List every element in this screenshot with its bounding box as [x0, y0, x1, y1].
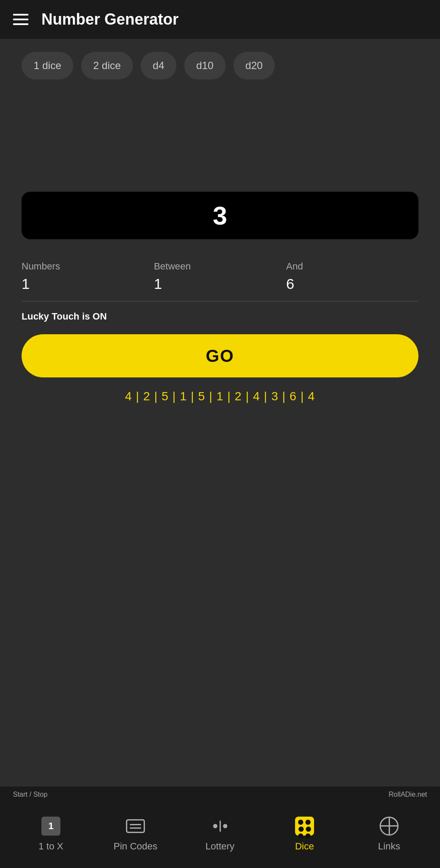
nav-label-1tox: 1 to X	[38, 841, 63, 852]
nav-top-left-label: Start / Stop	[13, 791, 47, 798]
numbers-value[interactable]: 1	[22, 276, 154, 292]
links-icon	[378, 815, 400, 837]
nav-item-1tox[interactable]: 1 1 to X	[9, 815, 93, 852]
between-control: Between 1	[154, 261, 286, 292]
main-content: 1 dice 2 dice d4 d10 d20 3 Numbers 1 Bet…	[0, 39, 440, 786]
nav-item-links[interactable]: Links	[347, 815, 431, 852]
result-number: 3	[213, 201, 227, 231]
and-value[interactable]: 6	[286, 276, 418, 292]
menu-button[interactable]	[13, 14, 28, 25]
nav-label-dice: Dice	[295, 841, 314, 852]
between-value[interactable]: 1	[154, 276, 286, 292]
bottom-nav: Start / Stop RollADie.net 1 1 to X Pin C…	[0, 786, 440, 868]
divider	[22, 301, 418, 301]
page-title: Number Generator	[41, 10, 179, 29]
preset-d4[interactable]: d4	[141, 52, 176, 79]
and-control: And 6	[286, 261, 418, 292]
header: Number Generator	[0, 0, 440, 39]
result-display: 3	[22, 192, 418, 239]
numbers-label: Numbers	[22, 261, 154, 272]
nav-item-lottery[interactable]: Lottery	[178, 815, 262, 852]
nav-label-lottery: Lottery	[205, 841, 234, 852]
controls-row: Numbers 1 Between 1 And 6	[22, 261, 418, 292]
nav-label-links: Links	[378, 841, 400, 852]
nav-icons-row: 1 1 to X Pin Codes Lottery	[0, 798, 440, 868]
1tox-icon: 1	[40, 815, 62, 837]
lottery-icon	[209, 815, 231, 837]
numbers-control: Numbers 1	[22, 261, 154, 292]
history-display: 4 | 2 | 5 | 1 | 5 | 1 | 2 | 4 | 3 | 6 | …	[22, 390, 418, 403]
go-button[interactable]: GO	[22, 334, 418, 377]
preset-d10[interactable]: d10	[184, 52, 226, 79]
preset-2dice[interactable]: 2 dice	[81, 52, 133, 79]
pincodes-icon	[124, 815, 147, 837]
nav-top-right-label: RollADie.net	[389, 791, 427, 798]
dice-icon	[293, 815, 316, 837]
lucky-touch-status: Lucky Touch is ON	[22, 311, 418, 322]
spacer-top	[22, 97, 418, 192]
nav-label-pincodes: Pin Codes	[113, 841, 157, 852]
preset-d20[interactable]: d20	[233, 52, 275, 79]
preset-buttons-row: 1 dice 2 dice d4 d10 d20	[22, 52, 418, 79]
and-label: And	[286, 261, 418, 272]
nav-item-dice[interactable]: Dice	[262, 815, 347, 852]
spacer-bottom	[22, 412, 418, 773]
between-label: Between	[154, 261, 286, 272]
nav-item-pincodes[interactable]: Pin Codes	[93, 815, 178, 852]
preset-1dice[interactable]: 1 dice	[22, 52, 73, 79]
nav-top-labels: Start / Stop RollADie.net	[0, 786, 440, 798]
